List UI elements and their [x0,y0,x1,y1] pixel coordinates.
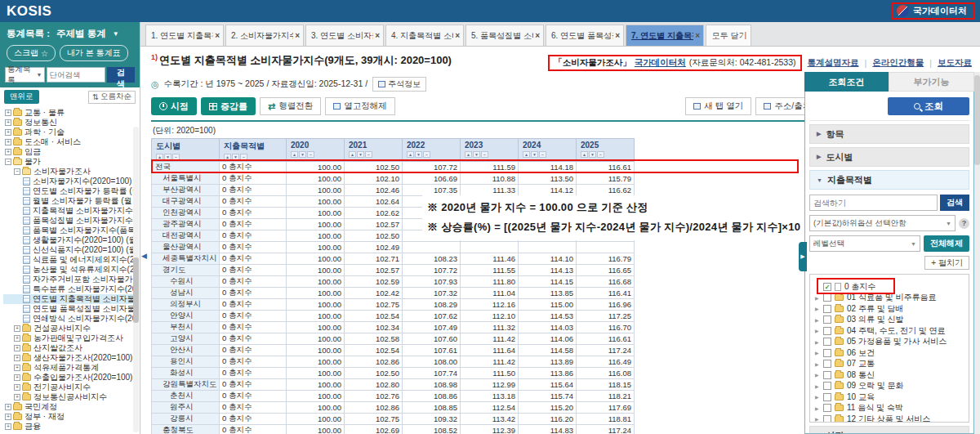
sidebar-item[interactable]: 품목별 소비자물가지수(품목성질별 [3,226,138,235]
sidebar-item[interactable]: 농산물 및 석유류제외지수(2020=1 [3,265,138,275]
sidebar-item[interactable]: +산지쌀값조사 [3,343,138,353]
sidebar-item[interactable]: +정보통신공사비지수 [3,392,138,402]
online-publication-link[interactable]: 온라인간행물 [872,57,924,69]
expand-icon[interactable]: + [5,149,11,155]
sidebar-collapse-handle[interactable]: ◀ [141,252,147,260]
sidebar-item[interactable]: +생산자물가조사(2020=100) [3,353,138,363]
close-all-button[interactable]: 모두 닫기 [706,25,751,46]
stat-explain-link[interactable]: 통계설명자료 [808,57,859,69]
tab-7[interactable]: 7. 연도별 지출목적별 소비자물…× [626,25,704,46]
purpose-search-input[interactable] [809,195,938,211]
sort-none-icon[interactable]: − [423,151,430,158]
expand-icon[interactable]: + [14,355,20,361]
section-city[interactable]: ▶ 도시별 [809,147,969,167]
expand-icon[interactable]: + [14,394,20,400]
table-row[interactable]: 안산시0 총지수100.00102.54107.61111.64114.5811… [152,345,635,356]
level-select[interactable]: 레벨선택 ▼ [809,235,920,252]
sidebar-item[interactable]: +건설공사비지수 [3,324,138,333]
column-header[interactable]: 2020▲▼− [287,139,345,162]
sort-none-icon[interactable]: − [172,154,180,160]
sidebar-item[interactable]: 소비자물가지수(2020=100) (월,분 [3,177,138,186]
table-row[interactable]: 용인시0 총지수100.00102.86108.00111.42113.8911… [152,356,635,368]
stat-list-label[interactable]: 통계목록 : [7,28,50,40]
panel-collapse-handle[interactable]: ▶ [799,242,807,271]
table-row[interactable]: 부천시0 총지수100.00102.34107.49111.32114.0311… [152,322,635,333]
tab-5[interactable]: 5. 품목성질별 소비자물가지수(…× [466,25,544,46]
kosis-logo[interactable]: KOSIS [7,3,51,20]
sidebar-item[interactable]: +국민계정 [3,402,138,412]
column-header[interactable]: 2025▲▼− [577,139,635,162]
checkbox-unchecked[interactable] [823,327,831,335]
tab-3[interactable]: 3. 연도별 소비자물가 등락률× [305,25,384,46]
table-row[interactable]: 수원시0 총지수100.00102.59107.93111.80114.1511… [152,276,635,288]
expand-arrow-icon[interactable]: ▶ [815,405,820,411]
section-item[interactable]: ▶ 항목 [809,124,969,144]
sidebar-item[interactable]: 생활물가지수(2020=100) (월,분기 [3,235,138,245]
expand-icon[interactable]: + [5,423,11,430]
sidebar-item[interactable]: +석유제품가격통계 [3,363,138,373]
page-scrollbar[interactable] [974,72,980,434]
section-purpose[interactable]: ▼ 지출목적별 [809,170,969,190]
expand-icon[interactable]: + [5,404,11,410]
close-icon[interactable]: × [295,31,300,40]
expand-arrow-icon[interactable]: ▶ [815,306,820,311]
expand-icon[interactable]: + [5,119,11,126]
checkbox-unchecked[interactable] [823,305,831,313]
sort-desc-icon[interactable]: ▼ [589,151,596,158]
sidebar-item[interactable]: 신선식품지수(2020=100) (월,분기 [3,245,138,255]
expand-all-button[interactable]: + 펼치기 [924,256,969,270]
close-icon[interactable]: × [375,31,380,40]
tab-4[interactable]: 4. 지출목적별 소비자물가지수(…× [385,25,464,46]
purpose-tree-item[interactable]: ▶04 주택, 수도, 전기 및 연료 [815,325,965,337]
scroll-top-button[interactable]: 맨위로 [4,90,39,104]
sidebar-item[interactable]: −물가 [3,157,138,167]
suboption-select[interactable]: (기본값)하위옵션 선택안함 ▼ [809,215,956,231]
sort-asc-icon[interactable]: ▲ [349,151,356,158]
table-row[interactable]: 충청북도0 총지수100.00102.69108.52112.39114.831… [152,425,635,434]
sort-asc-icon[interactable]: ▲ [465,151,472,158]
expand-icon[interactable]: + [14,365,20,371]
expand-icon[interactable]: + [14,335,20,342]
sidebar-item[interactable]: +농가판매및구입가격조사 [3,333,138,343]
sidebar-search-button[interactable]: 검색 [107,67,135,83]
purpose-tree-item[interactable]: ▶12 기타 상품 및 서비스 [815,414,965,423]
checkbox-unchecked[interactable] [823,293,831,302]
expand-arrow-icon[interactable]: ▶ [815,361,820,367]
sort-none-icon[interactable]: − [481,151,488,158]
checkbox-unchecked[interactable] [823,371,831,379]
checkbox-unchecked[interactable] [823,393,831,401]
table-row[interactable]: 서울특별시0 총지수100.00102.10106.69110.88113.50… [152,173,635,185]
tab-6[interactable]: 6. 연도별 품목성질별 소비자물…× [546,25,624,46]
expand-arrow-icon[interactable]: ▶ [815,372,820,378]
sort-desc-icon[interactable]: ▼ [415,151,422,158]
checkbox-unchecked[interactable] [823,338,831,346]
purpose-tree-item[interactable]: ▶10 교육 [815,391,965,403]
purpose-tree-item[interactable]: ▶03 의류 및 신발 [815,315,965,326]
sidebar-item[interactable]: +정보통신 [3,118,138,128]
tab-1[interactable]: 1. 연도별 지출목적별 소비자물…× [145,25,224,46]
time-point-button[interactable]: 시점 [151,97,197,115]
expand-arrow-icon[interactable]: ▶ [815,350,820,356]
purpose-tree-item[interactable]: ✓0 총지수 [815,281,965,293]
checkbox-unchecked[interactable] [823,382,831,390]
sidebar-item[interactable]: +임금 [3,147,138,157]
sort-none-icon[interactable]: − [597,151,604,158]
sidebar-item[interactable]: +금융 [3,422,138,432]
sidebar-item[interactable]: 특수분류 소비자물가지수(2020=1 [3,284,138,294]
transpose-button[interactable]: ⇄ 행렬전환 [260,97,321,115]
column-header[interactable]: 지출목적별▲▼− [220,139,287,162]
close-icon[interactable]: × [615,31,620,40]
collapse-icon[interactable]: − [5,159,11,165]
table-row[interactable]: 강릉시0 총지수100.00102.75109.32113.42116.2011… [152,414,635,425]
tab-2[interactable]: 2. 소비자물가지수(2020=100)× [225,25,304,46]
expand-icon[interactable]: + [14,384,20,391]
expand-icon[interactable]: + [5,414,11,420]
expand-arrow-icon[interactable]: ▶ [815,317,820,323]
sort-none-icon[interactable]: − [539,151,546,158]
new-tab-button[interactable]: 새 탭 열기 [685,97,751,115]
sidebar-scrollbar[interactable] [133,127,139,432]
sidebar-item[interactable]: +과학 · 기술 [3,128,138,137]
sort-desc-icon[interactable]: ▼ [357,151,364,158]
note-info-button[interactable]: 주석정보 [372,77,426,92]
purpose-tree-item[interactable]: ▶06 보건 [815,347,965,359]
